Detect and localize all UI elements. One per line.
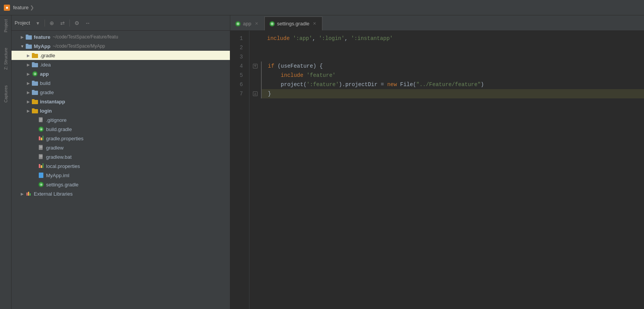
str-file-path: "../Feature/feature" — [416, 80, 481, 89]
svg-rect-8 — [32, 81, 38, 86]
title-bar: ■ feature ❯ — [0, 0, 644, 15]
line-num-3: 3 — [230, 52, 246, 61]
text-external-libs: External Libraries — [34, 191, 73, 197]
svg-rect-6 — [32, 63, 38, 67]
tab-close-settings-gradle[interactable]: ✕ — [312, 21, 317, 27]
icon-gitignore — [38, 117, 45, 123]
tree-item-gradle-dir[interactable]: ▶ .gradle — [12, 51, 230, 60]
line-num-2: 2 — [230, 43, 246, 52]
icon-build-dir — [31, 80, 38, 86]
project-panel: Project ▾ ⊕ ⇄ ⚙ ↔ ▶ feature ~/code/TestS… — [12, 15, 230, 309]
toolbar-sync-btn[interactable]: ⇄ — [58, 18, 67, 28]
code-line-4[interactable]: if (useFeature) { — [261, 61, 644, 71]
arrow-build-dir: ▶ — [25, 80, 31, 86]
arrow-gradle-dir2: ▶ — [25, 89, 31, 95]
svg-rect-1 — [26, 35, 28, 36]
text-gitignore: .gitignore — [46, 117, 66, 123]
svg-rect-15 — [32, 108, 35, 110]
arrow-feature-root: ▶ — [19, 34, 25, 40]
code-line-1[interactable]: include ':app' , ':login' , ':instantapp… — [261, 34, 644, 43]
arrow-myapp-root: ▼ — [19, 43, 25, 49]
code-editor: 1 2 3 4 5 6 7 ▽ △ — [230, 31, 644, 309]
str-app: ':app' — [293, 34, 312, 43]
tree-item-gradlew[interactable]: gradlew — [12, 143, 230, 152]
tree-item-gradlew-bat[interactable]: gradlew.bat — [12, 152, 230, 161]
svg-rect-9 — [32, 81, 35, 82]
tree-item-settings-gradle[interactable]: settings.gradle — [12, 180, 230, 189]
code-line-7[interactable]: } — [261, 89, 644, 98]
tab-settings-gradle[interactable]: settings.gradle ✕ — [264, 17, 323, 30]
tree-item-build-gradle[interactable]: build.gradle — [12, 125, 230, 134]
icon-app-dir — [31, 71, 38, 77]
line-num-5: 5 — [230, 71, 246, 80]
code-line-3 — [261, 52, 644, 61]
icon-feature-root — [25, 34, 32, 40]
fold-icon-4[interactable]: ▽ — [253, 64, 258, 68]
code-line-6[interactable]: project( ':feature' ).projectDir = new F… — [261, 80, 644, 89]
title-chevron: ❯ — [30, 5, 34, 10]
tree-item-login-dir[interactable]: ▶ login — [12, 106, 230, 115]
gutter-4[interactable]: ▽ — [249, 61, 261, 71]
path-myapp-root: ~/code/TestSpace/MyApp — [53, 43, 105, 49]
arrow-idea-dir: ▶ — [25, 61, 31, 68]
svg-rect-5 — [32, 53, 35, 54]
svg-rect-10 — [32, 91, 38, 95]
svg-rect-2 — [26, 45, 32, 49]
gutter-7[interactable]: △ — [249, 89, 261, 98]
tab-icon-app — [235, 21, 241, 27]
toolbar-dropdown-btn[interactable]: ▾ — [33, 18, 42, 28]
tree-item-build-dir[interactable]: ▶ build — [12, 78, 230, 88]
line-num-1: 1 — [230, 34, 246, 43]
toolbar-layout-btn[interactable]: ↔ — [83, 18, 92, 28]
text-login-dir: login — [40, 108, 52, 114]
tree-item-instantapp-dir[interactable]: ▶ instantapp — [12, 97, 230, 106]
icon-build-gradle — [38, 126, 45, 132]
gutter-6 — [249, 80, 261, 89]
tree-item-external-libs[interactable]: ▶ External Libraries — [12, 189, 230, 198]
arrow-instantapp-dir: ▶ — [25, 98, 31, 105]
str-feature-path: ':feature' — [307, 80, 339, 89]
code-content[interactable]: include ':app' , ':login' , ':instantapp… — [261, 31, 644, 309]
kw-if: if — [268, 61, 274, 71]
tree-item-gitignore[interactable]: .gitignore — [12, 115, 230, 125]
toolbar-settings-btn[interactable]: ⚙ — [72, 18, 81, 28]
svg-rect-31 — [43, 163, 43, 168]
icon-myapp-root — [25, 43, 32, 49]
tab-app[interactable]: app ✕ — [230, 17, 264, 30]
tree-item-feature-root[interactable]: ▶ feature ~/code/TestSpace/Feature/featu — [12, 32, 230, 42]
toolbar-sep-2 — [69, 20, 70, 27]
svg-rect-11 — [32, 90, 35, 91]
main-layout: Project Z: Structure Captures Project ▾ … — [0, 15, 644, 309]
captures-vertical-label[interactable]: Captures — [2, 81, 10, 106]
code-line-5[interactable]: include 'feature' — [261, 71, 644, 80]
tree-item-myapp-iml[interactable]: MyApp.iml — [12, 171, 230, 180]
tree-item-gradle-properties[interactable]: gradle.properties — [12, 134, 230, 143]
icon-external-libs — [25, 191, 32, 197]
project-toolbar: Project ▾ ⊕ ⇄ ⚙ ↔ — [12, 15, 230, 31]
tab-close-app[interactable]: ✕ — [254, 21, 259, 27]
text-feature-root: feature — [34, 34, 50, 40]
svg-rect-30 — [41, 165, 42, 168]
project-vertical-label[interactable]: Project — [2, 15, 10, 36]
toolbar-locate-btn[interactable]: ⊕ — [47, 18, 56, 28]
gutter-2 — [249, 43, 261, 52]
closing-brace: } — [268, 89, 271, 98]
app-icon: ■ — [4, 5, 10, 11]
icon-gradlew-bat — [38, 154, 45, 160]
tree-item-local-properties[interactable]: local.properties — [12, 161, 230, 171]
tree-item-gradle-dir2[interactable]: ▶ gradle — [12, 88, 230, 97]
text-build-dir: build — [40, 80, 50, 86]
fold-icon-7[interactable]: △ — [253, 91, 258, 96]
tree-item-idea-dir[interactable]: ▶ .idea — [12, 60, 230, 69]
svg-rect-14 — [32, 109, 38, 113]
tab-label-app: app — [243, 21, 251, 27]
tree-item-app-dir[interactable]: ▶ app — [12, 69, 230, 78]
structure-vertical-label[interactable]: Z: Structure — [2, 44, 10, 73]
svg-rect-21 — [41, 138, 42, 140]
tab-label-settings-gradle: settings.gradle — [277, 21, 310, 27]
icon-idea-dir — [31, 61, 38, 68]
text-myapp-iml: MyApp.iml — [46, 173, 69, 178]
icon-local-properties — [38, 163, 45, 169]
tree-item-myapp-root[interactable]: ▼ MyApp ~/code/TestSpace/MyApp — [12, 42, 230, 51]
text-instantapp-dir: instantapp — [40, 99, 65, 105]
